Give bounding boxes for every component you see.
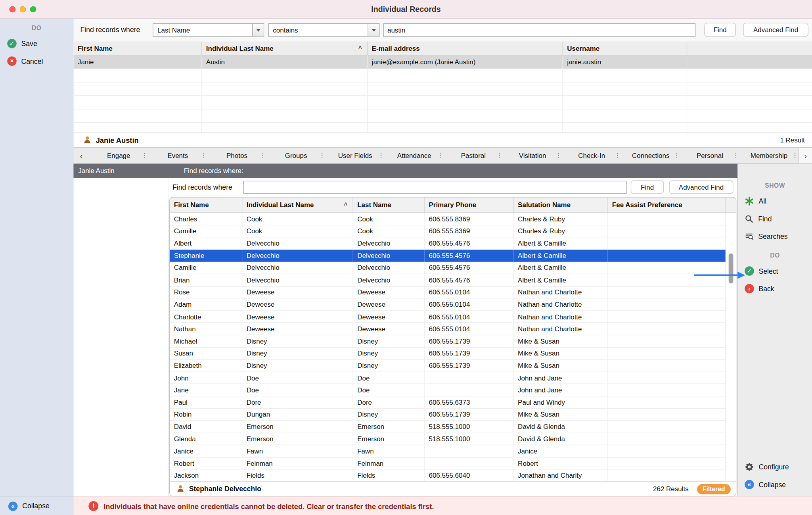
column-header-individual-last-name[interactable]: Individual Last Name^ [202,41,368,55]
cell: Delvecchio [353,237,425,249]
search-query-input[interactable] [383,23,696,37]
tab-personal[interactable]: Personal⋮ [680,148,739,163]
person-row-camille-delvecchio[interactable]: CamilleDelvecchioDelvecchio606.555.4576A… [170,262,725,274]
person-row-janice-fawn[interactable]: JaniceFawnFawnJanice [170,445,725,457]
column-header-last-name[interactable]: Last Name [353,198,425,213]
person-row-jane-doe[interactable]: JaneDoeDoeJohn and Jane [170,384,725,396]
show-item-find[interactable]: Find [738,210,812,227]
sidebar-item-configure[interactable]: Configure [738,458,812,476]
column-header-fee-assist-preference[interactable]: Fee Assist Preference [608,198,725,213]
column-header-salutation-name[interactable]: Salutation Name [514,198,608,213]
tab-membership[interactable]: Membership⋮ [739,148,799,163]
tab-menu-icon[interactable]: ⋮ [142,152,148,159]
person-row-robert-feinman[interactable]: RobertFeinmanFeinmanRobert [170,457,725,470]
person-row-albert-delvecchio[interactable]: AlbertDelvecchioDelvecchio606.555.4576Al… [170,237,725,250]
tab-scroll-left-icon[interactable]: ‹ [73,148,89,163]
tab-menu-icon[interactable]: ⋮ [319,152,325,159]
person-row-john-doe[interactable]: JohnDoeDoeJohn and Jane [170,372,725,384]
tab-menu-icon[interactable]: ⋮ [201,152,207,159]
tab-pastoral[interactable]: Pastoral⋮ [444,148,503,163]
tab-check-in[interactable]: Check-In⋮ [562,148,621,163]
tab-menu-icon[interactable]: ⋮ [555,152,562,159]
column-header-primary-phone[interactable]: Primary Phone [425,198,514,213]
inner-find-button[interactable]: Find [631,181,664,194]
empty-row [73,96,812,110]
tab-menu-icon[interactable]: ⋮ [615,152,621,159]
chevron-down-icon[interactable] [252,24,264,36]
scrollbar-track[interactable] [726,213,736,482]
column-header-first-name[interactable]: First Name [170,198,242,213]
zoom-window-button[interactable] [30,6,36,13]
cell: David & Glenda [514,433,608,445]
cell: Disney [353,409,425,421]
pointer-arrow-annotation [694,270,746,280]
person-row-charlotte-deweese[interactable]: CharlotteDeweeseDeweese606.555.0104Natha… [170,311,725,323]
person-row-michael-disney[interactable]: MichaelDisneyDisney606.555.1739Mike & Su… [170,335,725,348]
cell [425,457,514,469]
cell: Feinman [353,457,425,469]
cell: Nathan and Charlotte [514,299,608,311]
tab-engage[interactable]: Engage⋮ [89,148,148,163]
person-row-david-emerson[interactable]: DavidEmersonEmerson518.555.1000David & G… [170,421,725,433]
person-row-glenda-emerson[interactable]: GlendaEmersonEmerson518.555.1000David & … [170,433,725,446]
tab-attendance[interactable]: Attendance⋮ [385,148,444,163]
cell: 606.555.4576 [425,274,514,286]
tab-scroll-right-icon[interactable]: › [799,148,812,163]
person-row-brian-delvecchio[interactable]: BrianDelvecchioDelvecchio606.555.4576Alb… [170,274,725,286]
cell: Disney [242,335,353,347]
tab-groups[interactable]: Groups⋮ [266,148,326,163]
tab-connections[interactable]: Connections⋮ [621,148,680,163]
tab-menu-icon[interactable]: ⋮ [378,152,384,159]
result-row[interactable]: JanieAustinjanie@example.com (Janie Aust… [73,56,812,69]
do-item-select[interactable]: ✓Select [738,262,812,280]
show-item-all[interactable]: All [738,192,812,210]
person-row-adam-deweese[interactable]: AdamDeweeseDeweese606.555.0104Nathan and… [170,299,725,311]
sidebar-item-cancel[interactable]: ×Cancel [0,52,73,70]
sidebar-item-save[interactable]: ✓Save [0,35,73,52]
person-row-robin-dungan[interactable]: RobinDunganDisney606.555.1739Mike & Susa… [170,409,725,421]
find-button[interactable]: Find [704,23,736,37]
window-controls [10,6,36,13]
tab-menu-icon[interactable]: ⋮ [496,152,503,159]
column-header-first-name[interactable]: First Name [73,41,202,55]
cell: Nathan and Charlotte [514,311,608,323]
tab-events[interactable]: Events⋮ [148,148,207,163]
tab-label: Attendance [397,152,431,159]
sidebar-collapse-button[interactable]: « Collapse [0,496,73,515]
field-dropdown[interactable]: Last Name [153,23,264,37]
person-row-charles-cook[interactable]: CharlesCookCook606.555.8369Charles & Rub… [170,213,725,225]
person-row-elizabeth-disney[interactable]: ElizabethDisneyDisney606.555.1739Mike & … [170,360,725,372]
record-name: Janie Austin [96,136,139,144]
person-row-stephanie-delvecchio[interactable]: StephanieDelvecchioDelvecchio606.555.457… [170,250,725,262]
column-header-username[interactable]: Username [563,41,687,55]
tab-photos[interactable]: Photos⋮ [207,148,266,163]
person-row-susan-disney[interactable]: SusanDisneyDisney606.555.1739Mike & Susa… [170,348,725,360]
tab-user-fields[interactable]: User Fields⋮ [326,148,385,163]
person-row-camille-cook[interactable]: CamilleCookCook606.555.8369Charles & Rub… [170,225,725,238]
person-row-nathan-deweese[interactable]: NathanDeweeseDeweese606.555.0104Nathan a… [170,323,725,335]
show-item-searches[interactable]: Searches [738,227,812,245]
collapse-icon: « [8,502,18,511]
column-header-individual-last-name[interactable]: Individual Last Name^ [242,198,353,213]
tab-visitation[interactable]: Visitation⋮ [503,148,562,163]
tab-menu-icon[interactable]: ⋮ [792,152,798,159]
tab-menu-icon[interactable]: ⋮ [733,152,739,159]
tab-menu-icon[interactable]: ⋮ [260,152,266,159]
person-row-paul-dore[interactable]: PaulDoreDore606.555.6373Paul and Windy [170,396,725,409]
tab-menu-icon[interactable]: ⋮ [437,152,443,159]
tab-menu-icon[interactable]: ⋮ [674,152,680,159]
do-item-back[interactable]: ‹Back [738,280,812,297]
column-header-e-mail-address[interactable]: E-mail address [368,41,563,55]
inner-search-input[interactable] [243,181,627,194]
operator-dropdown[interactable]: contains [268,23,380,37]
tree-panel[interactable] [73,178,168,496]
cell: 606.555.6040 [425,470,514,481]
person-row-rose-deweese[interactable]: RoseDeweeseDeweese606.555.0104Nathan and… [170,286,725,299]
close-window-button[interactable] [10,6,16,13]
minimize-window-button[interactable] [20,6,26,13]
person-row-jackson-fields[interactable]: JacksonFieldsFields606.555.6040Jonathan … [170,470,725,481]
advanced-find-button[interactable]: Advanced Find [743,23,808,37]
inner-advanced-find-button[interactable]: Advanced Find [669,181,733,194]
chevron-down-icon[interactable] [368,24,379,36]
sidebar-item-collapse[interactable]: «Collapse [738,476,812,493]
